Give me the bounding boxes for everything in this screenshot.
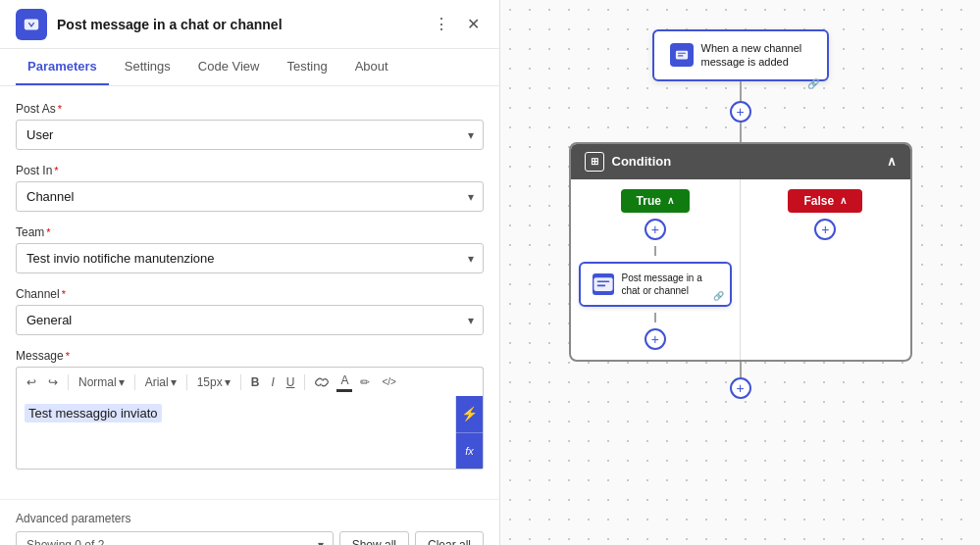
post-message-icon (593, 273, 614, 295)
true-chevron: ∧ (667, 195, 674, 206)
channel-field: Channel * General ▾ (16, 287, 484, 335)
bottom-add-button[interactable]: + (730, 377, 751, 399)
tab-codeview[interactable]: Code View (186, 49, 272, 85)
post-as-select[interactable]: User Bot (16, 120, 484, 150)
post-message-link: 🔗 (713, 291, 724, 301)
svg-rect-0 (25, 19, 38, 29)
line-1 (740, 81, 742, 101)
link-button[interactable] (311, 373, 333, 391)
left-panel: Post message in a chat or channel ⋮ ✕ Pa… (0, 0, 500, 545)
channel-select[interactable]: General (16, 305, 484, 335)
font-chevron: ▾ (171, 375, 177, 389)
undo-button[interactable]: ↩ (23, 373, 40, 391)
post-in-select[interactable]: Channel Chat (16, 181, 484, 212)
selected-text: Test messaggio inviato (25, 404, 162, 422)
condition-header-left: ⊞ Condition (585, 152, 672, 172)
highlight-button[interactable]: ✏ (356, 373, 374, 391)
underline-button[interactable]: U (283, 373, 299, 391)
advanced-select-wrapper: Showing 0 of 2 ▾ (16, 531, 334, 545)
advanced-row: Showing 0 of 2 ▾ Show all Clear all (16, 531, 484, 545)
fx-icon: fx (465, 445, 474, 457)
connector-1: + (730, 81, 751, 142)
condition-icon: ⊞ (585, 152, 604, 172)
post-in-label: Post In * (16, 164, 484, 177)
trigger-node-box[interactable]: When a new channel message is added 🔗 (652, 29, 829, 81)
post-message-node[interactable]: Post message in a chat or channel 🔗 (579, 262, 733, 307)
false-chevron: ∧ (840, 195, 847, 206)
size-chevron: ▾ (225, 375, 231, 389)
trigger-link-icon: 🔗 (807, 78, 819, 89)
fx-button[interactable]: fx (456, 432, 483, 470)
post-as-label: Post As * (16, 102, 484, 116)
tab-about[interactable]: About (343, 49, 400, 85)
lightning-button[interactable]: ⚡ (456, 396, 483, 432)
editor-area-wrapper: Test messaggio inviato ⚡ fx (16, 396, 484, 470)
true-add-button[interactable]: + (645, 219, 666, 240)
app-icon (16, 9, 47, 40)
bottom-line (740, 362, 742, 377)
post-in-field: Post In * Channel Chat ▾ (16, 164, 484, 212)
team-label: Team * (16, 225, 484, 239)
false-add-button[interactable]: + (814, 219, 836, 240)
lightning-icon: ⚡ (461, 406, 478, 421)
italic-button[interactable]: I (267, 373, 278, 391)
panel-header: Post message in a chat or channel ⋮ ✕ (0, 0, 499, 49)
more-button[interactable]: ⋮ (430, 11, 453, 37)
trigger-node: When a new channel message is added 🔗 (652, 29, 829, 81)
tab-parameters[interactable]: Parameters (16, 49, 109, 85)
flow-container: When a new channel message is added 🔗 + … (569, 29, 912, 399)
close-button[interactable]: ✕ (463, 11, 484, 37)
svg-rect-1 (675, 51, 687, 60)
advanced-select[interactable]: Showing 0 of 2 (16, 531, 334, 545)
font-dropdown[interactable]: Arial ▾ (141, 373, 181, 391)
svg-rect-2 (593, 277, 612, 291)
separator-4 (240, 374, 241, 390)
trigger-node-icon (670, 43, 694, 67)
line-2 (740, 123, 742, 142)
size-dropdown[interactable]: 15px ▾ (193, 373, 234, 391)
team-select[interactable]: Test invio notifiche manutenzione (16, 243, 484, 273)
condition-label: Condition (612, 154, 672, 169)
separator-1 (68, 374, 69, 390)
text-color-button[interactable]: A (336, 372, 352, 392)
condition-header: ⊞ Condition ∧ (571, 144, 910, 179)
channel-select-wrapper: General ▾ (16, 305, 484, 335)
panel-title: Post message in a chat or channel (57, 17, 430, 32)
team-select-wrapper: Test invio notifiche manutenzione ▾ (16, 243, 484, 273)
post-as-field: Post As * User Bot ▾ (16, 102, 484, 150)
separator-3 (186, 374, 187, 390)
style-chevron: ▾ (119, 375, 125, 389)
show-all-button[interactable]: Show all (339, 531, 409, 545)
true-branch: True ∧ + Post message in a chat (571, 179, 742, 360)
false-branch: False ∧ + (741, 179, 910, 360)
separator-5 (304, 374, 305, 390)
true-connector (654, 246, 656, 256)
tab-settings[interactable]: Settings (113, 49, 182, 85)
tab-testing[interactable]: Testing (275, 49, 338, 85)
add-button-1[interactable]: + (730, 101, 751, 123)
condition-chevron[interactable]: ∧ (887, 154, 897, 169)
clear-all-button[interactable]: Clear all (415, 531, 484, 545)
editor-side-buttons: ⚡ fx (455, 396, 483, 469)
redo-button[interactable]: ↪ (44, 373, 62, 391)
editor-content[interactable]: Test messaggio inviato (17, 396, 483, 429)
separator-2 (134, 374, 135, 390)
style-dropdown[interactable]: Normal ▾ (75, 373, 129, 391)
advanced-section: Advanced parameters Showing 0 of 2 ▾ Sho… (0, 499, 499, 545)
post-message-label: Post message in a chat or channel (622, 272, 719, 297)
channel-label: Channel * (16, 287, 484, 301)
message-field: Message * ↩ ↪ Normal ▾ Arial ▾ (16, 349, 484, 470)
team-field: Team * Test invio notifiche manutenzione… (16, 225, 484, 273)
bottom-connector: + (730, 362, 751, 399)
post-as-select-wrapper: User Bot ▾ (16, 120, 484, 150)
editor-toolbar: ↩ ↪ Normal ▾ Arial ▾ 15px ▾ (16, 367, 484, 396)
condition-container: ⊞ Condition ∧ True ∧ + (569, 142, 912, 362)
condition-body: True ∧ + Post message in a chat (571, 179, 910, 360)
bold-button[interactable]: B (247, 373, 264, 391)
true-connector-2 (654, 313, 656, 322)
tab-bar: Parameters Settings Code View Testing Ab… (0, 49, 499, 86)
message-label: Message * (16, 349, 484, 363)
code-button[interactable]: </> (378, 374, 399, 389)
true-bottom-add[interactable]: + (645, 328, 666, 350)
advanced-label: Advanced parameters (16, 512, 484, 525)
